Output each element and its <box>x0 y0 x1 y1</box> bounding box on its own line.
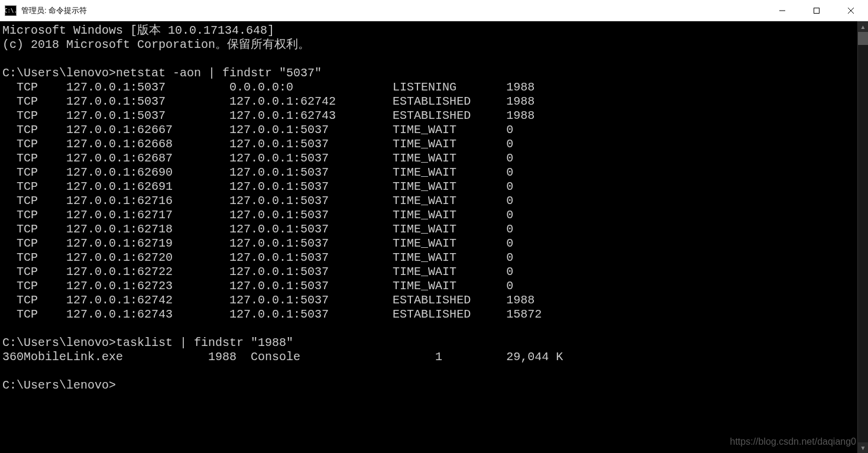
console-line: TCP 127.0.0.1:62722 127.0.0.1:5037 TIME_… <box>2 265 857 279</box>
console-line: C:\Users\lenovo>tasklist | findstr "1988… <box>2 336 857 350</box>
console-line: TCP 127.0.0.1:62719 127.0.0.1:5037 TIME_… <box>2 237 857 251</box>
console-line: C:\Users\lenovo> <box>2 378 857 393</box>
console-line: 360MobileLink.exe 1988 Console 1 29,044 … <box>2 350 857 364</box>
window-title: 管理员: 命令提示符 <box>21 5 765 16</box>
scroll-thumb[interactable] <box>858 32 868 45</box>
console-line: TCP 127.0.0.1:62667 127.0.0.1:5037 TIME_… <box>2 123 857 137</box>
console-line: TCP 127.0.0.1:62743 127.0.0.1:5037 ESTAB… <box>2 308 857 322</box>
console-line: C:\Users\lenovo>netstat -aon | findstr "… <box>2 66 857 80</box>
console-area[interactable]: Microsoft Windows [版本 10.0.17134.648](c)… <box>0 21 868 453</box>
scroll-up-arrow[interactable]: ▲ <box>858 21 868 32</box>
console-line: Microsoft Windows [版本 10.0.17134.648] <box>2 24 857 38</box>
console-line <box>2 364 857 378</box>
console-line: TCP 127.0.0.1:62690 127.0.0.1:5037 TIME_… <box>2 166 857 180</box>
console-line <box>2 52 857 66</box>
watermark-text: https://blog.csdn.net/daqiang0 <box>730 436 857 447</box>
minimize-button[interactable] <box>765 0 799 21</box>
console-line: (c) 2018 Microsoft Corporation。保留所有权利。 <box>2 38 857 52</box>
console-line: TCP 127.0.0.1:5037 0.0.0.0:0 LISTENING 1… <box>2 80 857 95</box>
cmd-icon: C:\. <box>5 5 17 16</box>
console-line: TCP 127.0.0.1:62723 127.0.0.1:5037 TIME_… <box>2 279 857 293</box>
console-line: TCP 127.0.0.1:5037 127.0.0.1:62742 ESTAB… <box>2 95 857 109</box>
svg-rect-1 <box>814 8 820 13</box>
console-output[interactable]: Microsoft Windows [版本 10.0.17134.648](c)… <box>0 21 857 453</box>
console-line: TCP 127.0.0.1:62717 127.0.0.1:5037 TIME_… <box>2 208 857 222</box>
titlebar: C:\. 管理员: 命令提示符 <box>0 0 868 21</box>
window-controls <box>765 0 868 21</box>
console-line: TCP 127.0.0.1:62742 127.0.0.1:5037 ESTAB… <box>2 293 857 308</box>
scroll-down-arrow[interactable]: ▼ <box>858 442 868 453</box>
console-line: TCP 127.0.0.1:62668 127.0.0.1:5037 TIME_… <box>2 137 857 151</box>
console-line <box>2 322 857 336</box>
console-line: TCP 127.0.0.1:62720 127.0.0.1:5037 TIME_… <box>2 251 857 265</box>
console-line: TCP 127.0.0.1:62716 127.0.0.1:5037 TIME_… <box>2 194 857 208</box>
close-button[interactable] <box>834 0 868 21</box>
maximize-button[interactable] <box>799 0 834 21</box>
console-line: TCP 127.0.0.1:62718 127.0.0.1:5037 TIME_… <box>2 222 857 237</box>
console-line: TCP 127.0.0.1:62691 127.0.0.1:5037 TIME_… <box>2 180 857 194</box>
console-line: TCP 127.0.0.1:5037 127.0.0.1:62743 ESTAB… <box>2 109 857 123</box>
console-line: TCP 127.0.0.1:62687 127.0.0.1:5037 TIME_… <box>2 151 857 166</box>
vertical-scrollbar[interactable]: ▲ ▼ <box>857 21 868 453</box>
